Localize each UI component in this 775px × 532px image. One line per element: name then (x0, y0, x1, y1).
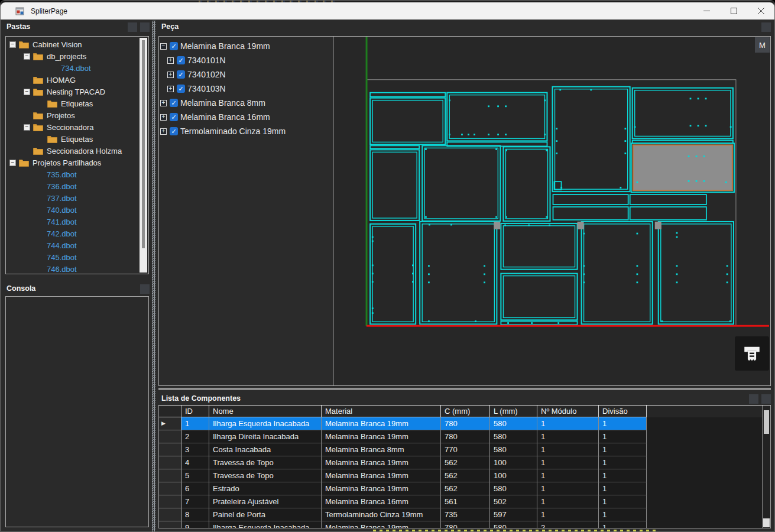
cell-c-mm[interactable]: 562 (441, 456, 490, 469)
cell-divis-o[interactable]: 1 (599, 443, 647, 456)
pastas-scrollbar[interactable] (140, 38, 147, 273)
consola-header-button[interactable] (140, 284, 150, 294)
pastas-scrollbar-thumb[interactable] (142, 40, 145, 248)
expand-box-icon[interactable]: + (160, 100, 167, 106)
table-row-8[interactable]: 8Painel de PortaTermolaminado Cinza 19mm… (159, 508, 770, 521)
cell-nome[interactable]: Travessa de Topo (209, 456, 322, 469)
cell-c-mm[interactable]: 780 (441, 430, 490, 443)
cell-n-m-dulo[interactable]: 1 (537, 482, 599, 495)
cell-l-mm[interactable]: 580 (490, 443, 537, 456)
collapse-box-icon[interactable]: − (160, 43, 167, 50)
table-row-9[interactable]: 9Ilharga Esquerda InacabadaMelamina Bran… (159, 521, 770, 528)
tree-item-db-projects[interactable]: − db_projects (6, 50, 148, 62)
row-selector[interactable] (159, 482, 181, 495)
tree-item-etiquetas[interactable]: Etiquetas (6, 98, 148, 109)
expand-box-icon[interactable]: + (167, 72, 174, 78)
cell-nome[interactable]: Ilharga Esquerda Inacabada (209, 521, 322, 528)
cell-id[interactable]: 2 (181, 430, 209, 443)
tree-item-homag[interactable]: HOMAG (6, 74, 148, 86)
material-item-7340103n[interactable]: +✓7340103N (159, 82, 333, 96)
column-header-id[interactable]: ID (181, 406, 209, 417)
close-button[interactable] (747, 2, 774, 20)
minimize-button[interactable] (693, 2, 720, 20)
table-row-5[interactable]: 5Travessa de TopoMelamina Branca 19mm562… (159, 469, 770, 482)
material-item-melamina-branca-16mm[interactable]: +✓Melamina Branca 16mm (159, 110, 333, 124)
tree-item-736-dbot[interactable]: 736.dbot (6, 180, 148, 192)
cell-material[interactable]: Termolaminado Cinza 19mm (322, 508, 441, 521)
cell-material[interactable]: Melamina Branca 19mm (322, 469, 441, 482)
tree-item-741-dbot[interactable]: 741.dbot (6, 216, 148, 228)
row-selector[interactable] (159, 495, 181, 508)
column-header-c-mm[interactable]: C (mm) (441, 406, 490, 417)
cell-material[interactable]: Melamina Branca 16mm (322, 495, 441, 508)
consola-output[interactable] (5, 296, 149, 527)
tree-item-projetos-partilhados[interactable]: − Projetos Partilhados (6, 157, 148, 168)
cell-divis-o[interactable]: 1 (599, 495, 647, 508)
cell-divis-o[interactable]: 1 (599, 417, 647, 430)
tree-item-cabinet-vision[interactable]: − Cabinet Vision (6, 38, 148, 50)
material-item-melamina-branca-19mm[interactable]: −✓Melamina Branca 19mm (159, 39, 333, 53)
peca-header-button[interactable] (761, 22, 771, 32)
cell-n-m-dulo[interactable]: 1 (537, 456, 599, 469)
cell-l-mm[interactable]: 580 (490, 482, 537, 495)
cell-c-mm[interactable]: 561 (441, 495, 490, 508)
cell-material[interactable]: Melamina Branca 8mm (322, 443, 441, 456)
cell-n-m-dulo[interactable]: 1 (537, 417, 599, 430)
cell-l-mm[interactable]: 100 (490, 469, 537, 482)
material-item-7340101n[interactable]: +✓7340101N (159, 53, 333, 67)
tree-item-etiquetas[interactable]: Etiquetas (6, 133, 148, 145)
column-header-n-m-dulo[interactable]: Nº Módulo (537, 406, 599, 417)
table-row-2[interactable]: 2Ilharga Direita InacabadaMelamina Branc… (159, 430, 770, 443)
cell-c-mm[interactable]: 770 (441, 443, 490, 456)
table-row-6[interactable]: 6EstradoMelamina Branca 19mm56258011 (159, 482, 770, 495)
tree-item-742-dbot[interactable]: 742.dbot (6, 228, 148, 239)
cell-id[interactable]: 6 (181, 482, 209, 495)
row-selector[interactable] (159, 521, 181, 528)
grid-scrollbar-thumb[interactable] (764, 410, 769, 434)
horizontal-splitter[interactable] (158, 387, 771, 392)
cell-nome[interactable]: Prateleira Ajustável (209, 495, 322, 508)
cell-n-m-dulo[interactable]: 1 (537, 430, 599, 443)
cell-material[interactable]: Melamina Branca 19mm (322, 417, 441, 430)
cell-l-mm[interactable]: 580 (490, 430, 537, 443)
expand-box-icon[interactable]: + (160, 114, 167, 121)
cell-n-m-dulo[interactable]: 1 (537, 508, 599, 521)
cell-nome[interactable]: Painel de Porta (209, 508, 322, 521)
cell-n-m-dulo[interactable]: 2 (537, 521, 599, 528)
cell-l-mm[interactable]: 502 (490, 495, 537, 508)
row-selector[interactable] (159, 430, 181, 443)
tree-item-735-dbot[interactable]: 735.dbot (6, 168, 148, 180)
cell-nome[interactable]: Ilharga Direita Inacabada (209, 430, 322, 443)
tree-item-746-dbot[interactable]: 746.dbot (6, 263, 148, 274)
column-header-material[interactable]: Material (322, 406, 441, 417)
material-item-termolaminado-cinza-19mm[interactable]: +✓Termolaminado Cinza 19mm (159, 124, 333, 138)
cell-material[interactable]: Melamina Branca 19mm (322, 456, 441, 469)
cell-c-mm[interactable]: 562 (441, 469, 490, 482)
cell-divis-o[interactable]: 1 (599, 456, 647, 469)
cell-l-mm[interactable]: 100 (490, 456, 537, 469)
row-selector-current[interactable]: ▶ (159, 417, 181, 430)
checked-checkbox[interactable]: ✓ (177, 85, 185, 93)
collapse-box-icon[interactable]: − (24, 89, 30, 95)
expand-box-icon[interactable]: + (167, 57, 174, 64)
material-item-7340102n[interactable]: +✓7340102N (159, 67, 333, 82)
collapse-box-icon[interactable]: − (24, 53, 30, 60)
cell-n-m-dulo[interactable]: 1 (537, 495, 599, 508)
vertical-splitter[interactable] (152, 21, 155, 532)
table-row-7[interactable]: 7Prateleira AjustávelMelamina Branca 16m… (159, 495, 770, 508)
cell-id[interactable]: 3 (181, 443, 209, 456)
print-labels-button[interactable] (735, 336, 769, 371)
table-row-1[interactable]: ▶1Ilharga Esquerda InacabadaMelamina Bra… (159, 417, 770, 430)
cell-l-mm[interactable]: 580 (490, 521, 537, 528)
lista-header-button-1[interactable] (749, 394, 758, 404)
checked-checkbox[interactable]: ✓ (170, 113, 178, 121)
cell-n-m-dulo[interactable]: 1 (537, 443, 599, 456)
cell-material[interactable]: Melamina Branca 19mm (322, 482, 441, 495)
row-selector[interactable] (159, 508, 181, 521)
tree-item-734-dbot[interactable]: 734.dbot (6, 62, 148, 74)
tree-item-seccionadora-holzma[interactable]: Seccionadora Holzma (6, 145, 148, 157)
cell-l-mm[interactable]: 597 (490, 508, 537, 521)
row-selector[interactable] (159, 469, 181, 482)
cell-id[interactable]: 7 (181, 495, 209, 508)
cell-id[interactable]: 1 (181, 417, 209, 430)
